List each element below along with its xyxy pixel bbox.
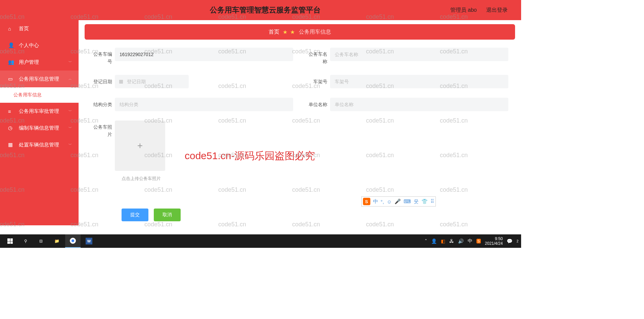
chevron-down-icon: ﹀: [68, 60, 72, 64]
task-view-button[interactable]: ⊟: [34, 234, 48, 248]
start-button[interactable]: [3, 234, 17, 248]
sidebar: ⌂ 首页 👤 个人中心 👥 用户管理 ﹀ ▭ 公务用车信息管理 ︿ 公务用车信息…: [0, 20, 79, 225]
photo-upload[interactable]: +: [115, 121, 165, 171]
taskbar-app-explorer[interactable]: 📁: [49, 234, 64, 248]
search-button[interactable]: ⚲: [18, 234, 33, 248]
app-header: 公务用车管理智慧云服务监管平台 管理员 abo 退出登录: [0, 0, 521, 20]
windows-icon: [7, 238, 13, 244]
taskbar-app-word[interactable]: W: [81, 234, 97, 248]
sidebar-item-label: 编制车辆信息管理: [19, 125, 59, 131]
clock-icon: ◷: [8, 125, 14, 131]
sidebar-item-label: 个人中心: [19, 42, 39, 49]
unit-label: 单位名称: [307, 98, 330, 111]
vehicle-form: 公务车编号 公务车名称 登记日期: [85, 48, 515, 221]
sidebar-item-profile[interactable]: 👤 个人中心: [0, 37, 79, 54]
grid-icon: ▦: [8, 142, 14, 148]
taskbar-clock[interactable]: 9:50 2021/4/24: [485, 236, 503, 246]
notification-badge: 2: [516, 239, 518, 243]
breadcrumb-home[interactable]: 首页: [269, 29, 279, 36]
chevron-down-icon: ﹀: [68, 142, 72, 147]
sidebar-item-users[interactable]: 👥 用户管理 ﹀: [0, 54, 79, 71]
list-icon: ≡: [8, 108, 14, 114]
chevron-up-icon: ︿: [68, 77, 72, 81]
sidebar-item-compile[interactable]: ◷ 编制车辆信息管理 ﹀: [0, 120, 79, 136]
ime-mic-icon[interactable]: 🎤: [395, 198, 401, 204]
upload-hint: 点击上传公务车照片: [122, 176, 293, 182]
sidebar-item-label: 公务用车信息管理: [19, 76, 59, 82]
ime-emoji-icon[interactable]: ☺: [387, 199, 392, 204]
unit-input[interactable]: [330, 98, 508, 111]
sidebar-item-label: 公务用车审批管理: [19, 108, 59, 115]
tray-ime-icon[interactable]: 中: [468, 238, 472, 244]
logout-link[interactable]: 退出登录: [486, 7, 508, 14]
ime-person-icon[interactable]: 웃: [414, 198, 419, 205]
sidebar-item-label: 用户管理: [19, 59, 39, 65]
chevron-down-icon: ﹀: [68, 126, 72, 130]
car-icon: ▭: [8, 76, 14, 82]
structure-label: 结构分类: [91, 98, 115, 111]
tray-chevron-icon[interactable]: ˄: [425, 238, 427, 244]
ime-skin-icon[interactable]: 👕: [421, 198, 428, 204]
car-name-label: 公务车名称: [307, 48, 330, 65]
ime-punct-icon[interactable]: °,: [381, 199, 384, 204]
taskbar-app-chrome[interactable]: [65, 234, 81, 248]
car-id-label: 公务车编号: [91, 48, 115, 65]
tray-people-icon[interactable]: 👤: [431, 238, 437, 244]
vin-label: 车架号: [307, 75, 330, 88]
submit-button[interactable]: 提交: [122, 209, 148, 221]
sidebar-item-home[interactable]: ⌂ 首页: [0, 20, 79, 37]
ime-tools-icon[interactable]: ⠿: [430, 198, 434, 204]
sidebar-item-label: 处置车辆信息管理: [19, 142, 59, 148]
plus-icon: +: [137, 140, 143, 151]
ime-toolbar[interactable]: S 中 °, ☺ 🎤 ⌨ 웃 👕 ⠿: [361, 196, 436, 207]
breadcrumb-current: 公务用车信息: [299, 29, 331, 36]
structure-input[interactable]: [115, 98, 293, 111]
vin-input[interactable]: [330, 75, 508, 88]
reg-date-label: 登记日期: [91, 75, 115, 88]
photo-label: 公务车照片: [91, 121, 115, 138]
sidebar-item-approval[interactable]: ≡ 公务用车审批管理 ﹀: [0, 103, 79, 120]
sogou-icon: S: [363, 198, 370, 205]
ime-keyboard-icon[interactable]: ⌨: [404, 198, 411, 204]
calendar-icon: ▦: [119, 79, 123, 84]
tray-app-icon[interactable]: ◧: [441, 238, 445, 244]
sidebar-item-disposal[interactable]: ▦ 处置车辆信息管理 ﹀: [0, 136, 79, 153]
windows-taskbar: ⚲ ⊟ 📁 W ˄ 👤 ◧ 🖧 🔊 中 S 9:50 2021/4/24 💬 2: [0, 234, 521, 248]
sidebar-subitem-vehicle-info[interactable]: 公务用车信息: [0, 87, 79, 103]
user-icon: 👤: [8, 42, 14, 48]
tray-volume-icon[interactable]: 🔊: [458, 238, 464, 244]
app-title: 公务用车管理智慧云服务监管平台: [81, 5, 450, 15]
car-id-input[interactable]: [115, 48, 293, 61]
sidebar-item-label: 首页: [19, 26, 29, 32]
chevron-down-icon: ﹀: [68, 109, 72, 113]
home-icon: ⌂: [8, 26, 14, 32]
sidebar-item-vehicle-info[interactable]: ▭ 公务用车信息管理 ︿: [0, 71, 79, 87]
notifications-button[interactable]: 💬: [507, 238, 512, 244]
car-name-input[interactable]: [330, 48, 508, 61]
reg-date-input[interactable]: [115, 75, 189, 88]
ime-lang[interactable]: 中: [373, 198, 378, 205]
tray-network-icon[interactable]: 🖧: [449, 238, 454, 244]
user-label[interactable]: 管理员 abo: [450, 7, 477, 14]
users-icon: 👥: [8, 59, 14, 65]
svg-point-1: [72, 239, 74, 242]
main-content: 首页 ★ ★ 公务用车信息 公务车编号 公务车名称: [79, 20, 521, 225]
tray-sogou-icon[interactable]: S: [476, 239, 481, 243]
breadcrumb: 首页 ★ ★ 公务用车信息: [85, 24, 515, 40]
cancel-button[interactable]: 取消: [154, 209, 181, 221]
star-icon: ★ ★: [283, 29, 295, 35]
